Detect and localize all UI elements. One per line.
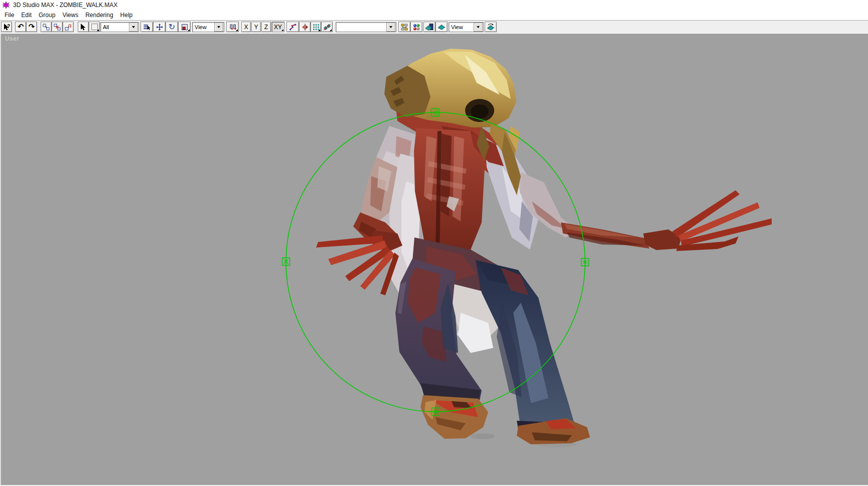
render-last-icon <box>487 23 495 31</box>
menu-edit[interactable]: Edit <box>18 10 35 20</box>
reference-coord-value: View <box>193 24 214 30</box>
dropdown-arrow-icon[interactable] <box>386 23 395 32</box>
render-scene-icon <box>425 23 433 31</box>
restrict-z-button[interactable]: Z <box>261 22 271 32</box>
redo-icon: ↷ <box>29 23 35 31</box>
use-pivot-center-button[interactable] <box>226 22 239 32</box>
align-button[interactable] <box>321 22 333 32</box>
window-title: 3D Studio MAX - ZOMBIE_WALK.MAX <box>13 2 117 9</box>
render-last-button[interactable] <box>485 22 497 32</box>
select-by-name-icon <box>143 23 151 31</box>
dropdown-arrow-icon[interactable] <box>129 23 138 32</box>
track-view-button[interactable] <box>398 22 410 32</box>
menu-file[interactable]: File <box>1 10 18 20</box>
select-and-move-icon <box>156 23 164 31</box>
select-and-link-icon <box>42 23 50 31</box>
selection-filter-value: All <box>101 24 128 30</box>
material-editor-icon <box>412 23 420 31</box>
render-type-value: View <box>449 24 473 30</box>
main-toolbar: ? ↶ ↷ <box>0 20 868 34</box>
viewport-label[interactable]: User <box>5 35 19 42</box>
app-logo-icon <box>3 2 10 9</box>
axis-z-label: Z <box>264 24 268 31</box>
axis-x-label: X <box>244 24 248 31</box>
redo-button[interactable]: ↷ <box>26 22 37 32</box>
select-and-link-button[interactable] <box>41 22 52 32</box>
dropdown-arrow-icon[interactable] <box>474 23 483 32</box>
help-mode-icon: ? <box>3 23 11 31</box>
unlink-selection-button[interactable] <box>52 22 63 32</box>
selection-filter-dropdown[interactable]: All <box>100 22 139 32</box>
gizmo-handle-right[interactable] <box>582 259 589 266</box>
named-selection-sets-dropdown[interactable] <box>336 22 396 32</box>
mirror-button[interactable] <box>299 22 311 32</box>
undo-button[interactable]: ↶ <box>15 22 26 32</box>
rect-selection-region-button[interactable] <box>89 22 100 32</box>
restrict-xy-plane-button[interactable]: XY <box>271 22 284 32</box>
undo-icon: ↶ <box>18 23 24 31</box>
quick-render-icon <box>438 23 446 31</box>
title-bar: 3D Studio MAX - ZOMBIE_WALK.MAX <box>0 0 868 10</box>
viewport-user[interactable]: User <box>0 34 868 485</box>
restrict-y-button[interactable]: Y <box>251 22 261 32</box>
material-editor-button[interactable] <box>410 22 422 32</box>
restrict-x-button[interactable]: X <box>241 22 251 32</box>
ik-toggle-icon <box>289 23 297 31</box>
unlink-selection-icon <box>53 23 61 31</box>
select-object-icon <box>79 23 87 31</box>
select-object-button[interactable] <box>78 22 89 32</box>
array-button[interactable] <box>311 22 321 32</box>
track-view-icon <box>400 23 408 31</box>
axis-xy-label: XY <box>274 24 282 31</box>
select-and-rotate-button[interactable]: ↻ <box>166 22 178 32</box>
ik-toggle-button[interactable] <box>286 22 299 32</box>
mirror-icon <box>301 23 309 31</box>
render-type-dropdown[interactable]: View <box>449 22 484 32</box>
quick-render-button[interactable] <box>436 22 448 32</box>
dropdown-arrow-icon[interactable] <box>214 23 223 32</box>
viewport-canvas[interactable] <box>0 34 868 485</box>
menu-help[interactable]: Help <box>117 10 136 20</box>
menu-group[interactable]: Group <box>35 10 59 20</box>
select-and-move-button[interactable] <box>153 22 166 32</box>
axis-y-label: Y <box>254 24 258 31</box>
svg-text:?: ? <box>7 23 10 29</box>
zombie-model[interactable] <box>316 49 772 447</box>
select-and-scale-button[interactable] <box>178 22 191 32</box>
render-scene-button[interactable] <box>423 22 436 32</box>
select-by-name-button[interactable] <box>140 22 153 32</box>
help-mode-button[interactable]: ? <box>1 22 12 32</box>
select-and-rotate-icon: ↻ <box>169 23 175 31</box>
bind-to-space-warp-icon <box>64 23 72 31</box>
bind-to-space-warp-button[interactable] <box>63 22 74 32</box>
menu-views[interactable]: Views <box>59 10 82 20</box>
menu-rendering[interactable]: Rendering <box>82 10 116 20</box>
reference-coord-dropdown[interactable]: View <box>192 22 224 32</box>
menu-bar: File Edit Group Views Rendering Help <box>0 10 868 20</box>
